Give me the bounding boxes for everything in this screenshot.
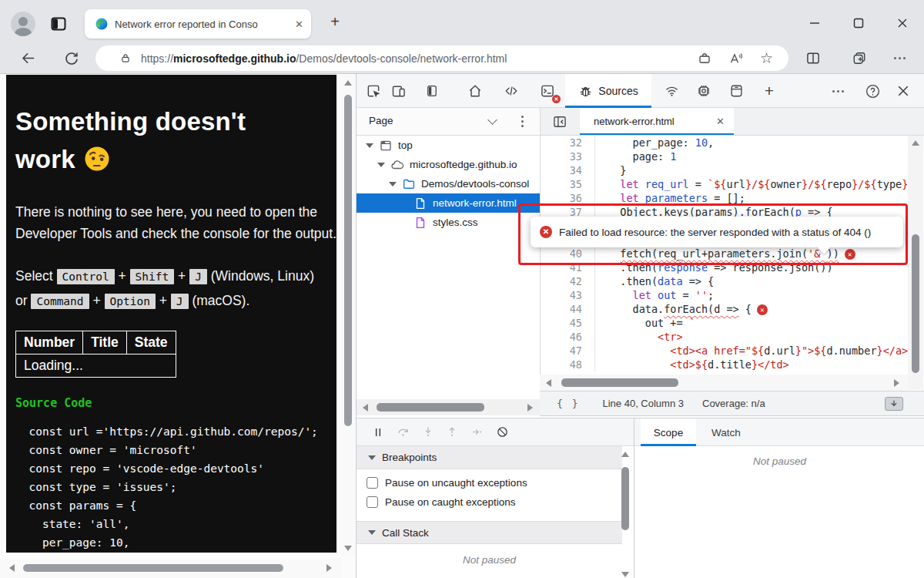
caret-down-icon[interactable] xyxy=(377,163,385,167)
refresh-button[interactable] xyxy=(63,50,79,66)
devtools-more-options-icon[interactable] xyxy=(832,90,844,92)
editor-horizontal-scrollbar[interactable] xyxy=(540,375,908,391)
debugger-scrollbar[interactable] xyxy=(618,447,632,578)
profile-avatar[interactable] xyxy=(11,12,35,36)
line-number[interactable]: 33 xyxy=(540,150,595,163)
tab-elements-code-icon[interactable] xyxy=(502,82,521,100)
code-line-34[interactable]: 34 } xyxy=(540,163,908,177)
editor-vertical-scrollbar[interactable] xyxy=(908,136,923,390)
tab-performance-chip-icon[interactable] xyxy=(695,82,713,100)
code-line-33[interactable]: 33 page: 1 xyxy=(540,150,908,163)
more-tools-plus-button[interactable]: + xyxy=(760,82,778,100)
editor-tab-network-error[interactable]: network-error.html ✕ xyxy=(580,108,734,135)
navigator-horizontal-scrollbar[interactable] xyxy=(357,399,540,415)
tree-item-demos-devtools-consol[interactable]: Demos/devtools-consol xyxy=(357,174,540,193)
tree-item-top[interactable]: top xyxy=(357,136,540,155)
pause-caught-checkbox[interactable] xyxy=(367,496,378,508)
back-button[interactable] xyxy=(20,50,36,66)
inspect-icon[interactable] xyxy=(364,82,383,100)
line-number[interactable]: 42 xyxy=(540,274,595,288)
tab-sources[interactable]: Sources xyxy=(565,74,651,108)
tab-close-icon[interactable]: ✕ xyxy=(295,18,303,30)
scrollbar-thumb[interactable] xyxy=(912,234,919,373)
pause-uncaught-checkbox[interactable] xyxy=(367,477,378,489)
tab-watch[interactable]: Watch xyxy=(702,418,750,446)
scrollbar-thumb[interactable] xyxy=(344,95,352,426)
caret-down-icon[interactable] xyxy=(389,182,397,187)
call-stack-section-header[interactable]: Call Stack xyxy=(357,521,622,544)
line-number[interactable]: 32 xyxy=(540,136,595,150)
inline-error-badge-icon[interactable]: ✕ xyxy=(757,304,768,315)
tab-application-drawer-icon[interactable] xyxy=(727,82,745,100)
line-number[interactable]: 43 xyxy=(540,288,595,302)
code-line-45[interactable]: 45 out += ` xyxy=(540,316,908,330)
inline-error-badge-icon[interactable]: ✕ xyxy=(845,249,855,260)
line-number[interactable]: 34 xyxy=(540,163,595,177)
line-number[interactable]: 40 xyxy=(540,247,595,260)
code-line-40[interactable]: 40 fetch(req_url+parameters.join('&'))✕ xyxy=(540,247,908,260)
close-window-button[interactable] xyxy=(891,14,914,32)
code-line-44[interactable]: 44 data.forEach(d => {✕ xyxy=(540,302,908,316)
page-dropdown[interactable]: Page xyxy=(369,115,393,126)
settings-more-icon[interactable] xyxy=(894,57,906,59)
enhanced-security-icon[interactable] xyxy=(698,52,711,66)
focus-mode-icon[interactable] xyxy=(423,82,441,100)
code-line-43[interactable]: 43 let out = ''; xyxy=(540,288,908,302)
code-line-48[interactable]: 48 <td>${d.title}</td> xyxy=(540,358,908,371)
hide-navigator-icon[interactable] xyxy=(551,113,569,131)
browser-tab[interactable]: Network error reported in Conso ✕ xyxy=(85,9,311,39)
line-number[interactable]: 48 xyxy=(540,358,595,371)
tree-item-microsoftedge-github-io[interactable]: microsoftedge.github.io xyxy=(357,155,540,174)
new-tab-button[interactable]: + xyxy=(325,12,345,32)
favorites-star-icon[interactable]: ☆ xyxy=(760,52,773,66)
code-line-41[interactable]: 41 .then(response => response.json()) xyxy=(540,260,908,274)
scrollbar-thumb[interactable] xyxy=(621,467,629,530)
line-number[interactable]: 41 xyxy=(540,260,595,274)
device-emulation-icon[interactable] xyxy=(390,82,408,100)
pause-script-button[interactable] xyxy=(372,426,384,439)
step-button[interactable] xyxy=(470,426,484,438)
code-line-42[interactable]: 42 .then(data => { xyxy=(540,274,908,288)
step-over-button[interactable] xyxy=(396,425,410,439)
line-number[interactable]: 47 xyxy=(540,344,595,358)
tab-console-icon[interactable]: ✕ xyxy=(538,82,557,100)
line-number[interactable]: 44 xyxy=(540,302,595,316)
tab-scope[interactable]: Scope xyxy=(641,418,696,446)
step-into-button[interactable] xyxy=(422,425,434,439)
read-aloud-icon[interactable] xyxy=(728,52,743,66)
line-number[interactable]: 35 xyxy=(540,177,595,191)
scrollbar-thumb[interactable] xyxy=(561,378,678,387)
page-vertical-scrollbar[interactable] xyxy=(341,75,355,556)
split-screen-icon[interactable] xyxy=(805,51,821,66)
breakpoints-section-header[interactable]: Breakpoints xyxy=(357,446,622,469)
tree-item-network-error-html[interactable]: network-error.html xyxy=(357,193,540,213)
caret-down-icon[interactable] xyxy=(366,143,373,148)
code-line-46[interactable]: 46 <tr> xyxy=(540,330,908,344)
line-number[interactable]: 36 xyxy=(540,191,595,205)
code-editor[interactable]: 32 per_page: 10,33 page: 134 }35 let req… xyxy=(540,136,908,376)
scrollbar-thumb[interactable] xyxy=(377,403,484,412)
code-line-47[interactable]: 47 <td><a href="${d.url}">${d.number}</a… xyxy=(540,344,908,358)
help-icon[interactable] xyxy=(863,82,882,100)
minimize-button[interactable] xyxy=(803,14,826,32)
navigator-more-icon[interactable] xyxy=(521,116,524,127)
step-out-button[interactable] xyxy=(446,425,458,439)
tree-item-styles-css[interactable]: styles.css xyxy=(357,213,540,232)
tab-actions-icon[interactable] xyxy=(49,15,68,33)
address-bar[interactable]: https://microsoftedge.github.io/Demos/de… xyxy=(95,45,788,71)
close-devtools-icon[interactable] xyxy=(894,82,912,100)
code-line-32[interactable]: 32 per_page: 10, xyxy=(540,136,908,150)
tab-network-wifi-icon[interactable] xyxy=(662,82,681,100)
code-line-36[interactable]: 36 let parameters = []; xyxy=(540,191,908,205)
collections-icon[interactable] xyxy=(852,51,867,66)
code-line-35[interactable]: 35 let req_url = `${url}/${owner}/${repo… xyxy=(540,177,908,191)
editor-tab-close-icon[interactable]: ✕ xyxy=(716,116,725,127)
chevron-down-icon[interactable] xyxy=(487,115,497,125)
pretty-print-button[interactable]: { } xyxy=(557,398,579,409)
page-horizontal-scrollbar[interactable] xyxy=(0,559,341,578)
maximize-button[interactable] xyxy=(847,14,870,32)
dock-debugger-icon[interactable] xyxy=(885,397,903,411)
scrollbar-thumb[interactable] xyxy=(23,564,283,572)
lock-icon[interactable] xyxy=(120,52,131,64)
line-number[interactable]: 45 xyxy=(540,316,595,330)
